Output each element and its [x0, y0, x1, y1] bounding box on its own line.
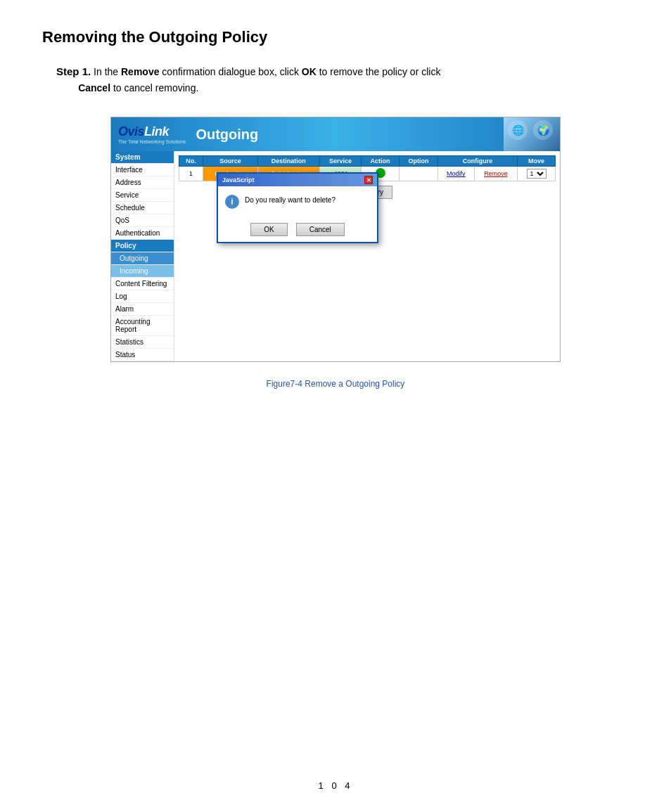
logo-text: OvisLink: [118, 124, 186, 139]
sidebar-item-alarm[interactable]: Alarm: [111, 303, 174, 316]
move-select: 1: [527, 169, 547, 179]
dialog-message: Do you really want to delete?: [245, 195, 336, 204]
header-icons: 🌐 🌍: [508, 120, 553, 140]
col-move: Move: [518, 156, 556, 167]
col-service: Service: [319, 156, 362, 167]
sidebar-item-status[interactable]: Status: [111, 349, 174, 361]
screenshot-container: OvisLink The Total Networking Solutions …: [110, 117, 561, 362]
dialog-titlebar: JavaScript ✕: [218, 174, 377, 186]
info-icon: i: [225, 195, 239, 209]
sidebar-item-address[interactable]: Address: [111, 176, 174, 189]
step-text: In the Remove confirmation dialogue box,…: [56, 66, 440, 94]
figure-caption: Figure7-4 Remove a Outgoing Policy: [42, 379, 629, 389]
dialog-buttons: OK Cancel: [218, 217, 377, 242]
sidebar-item-authentication[interactable]: Authentication: [111, 227, 174, 240]
page-title: Removing the Outgoing Policy: [42, 28, 629, 46]
col-no: No.: [179, 156, 203, 167]
col-configure: Configure: [438, 156, 518, 167]
col-action: Action: [362, 156, 400, 167]
sidebar-item-statistics[interactable]: Statistics: [111, 336, 174, 349]
page-number: 1 0 4: [319, 780, 353, 791]
sidebar-item-incoming[interactable]: Incoming: [111, 265, 174, 278]
sidebar-item-content-filtering[interactable]: Content Filtering: [111, 278, 174, 290]
col-option: Option: [399, 156, 437, 167]
globe-icon-1: 🌐: [508, 120, 528, 140]
sidebar-item-service[interactable]: Service: [111, 189, 174, 202]
sidebar-item-policy[interactable]: Policy: [111, 240, 174, 252]
logo-sub: The Total Networking Solutions: [118, 139, 186, 144]
col-source: Source: [203, 156, 258, 167]
dialog-ok-button[interactable]: OK: [250, 223, 287, 236]
cell-move[interactable]: 1: [518, 167, 556, 181]
sidebar-item-accounting-report[interactable]: Accounting Report: [111, 316, 174, 336]
cell-no: 1: [179, 167, 203, 181]
dialog-close-button[interactable]: ✕: [364, 176, 373, 184]
col-destination: Destination: [257, 156, 319, 167]
sidebar-item-outgoing[interactable]: Outgoing: [111, 252, 174, 265]
step-1-block: Step 1. In the Remove confirmation dialo…: [56, 63, 629, 96]
dialog-cancel-button[interactable]: Cancel: [296, 223, 345, 236]
step-label: Step 1.: [56, 65, 91, 77]
router-logo: OvisLink The Total Networking Solutions: [118, 124, 186, 144]
dialog-body: i Do you really want to delete?: [218, 186, 377, 217]
globe-icon-2: 🌍: [533, 120, 553, 140]
sidebar-item-schedule[interactable]: Schedule: [111, 202, 174, 214]
sidebar-item-interface[interactable]: Interface: [111, 164, 174, 176]
main-panel: No. Source Destination Service Action Op…: [174, 151, 560, 361]
sidebar-item-log[interactable]: Log: [111, 290, 174, 303]
dialog-title: JavaScript: [222, 176, 255, 183]
cell-option: [399, 167, 437, 181]
cell-remove[interactable]: Remove: [474, 167, 518, 181]
sidebar: System Interface Address Service Schedul…: [111, 151, 174, 361]
sidebar-item-qos[interactable]: QoS: [111, 214, 174, 227]
cell-modify[interactable]: Modify: [438, 167, 475, 181]
router-header: OvisLink The Total Networking Solutions …: [111, 117, 560, 151]
router-body: System Interface Address Service Schedul…: [111, 151, 560, 361]
sidebar-item-system[interactable]: System: [111, 151, 174, 164]
confirm-dialog: JavaScript ✕ i Do you really want to del…: [217, 172, 378, 243]
header-title: Outgoing: [196, 127, 258, 143]
